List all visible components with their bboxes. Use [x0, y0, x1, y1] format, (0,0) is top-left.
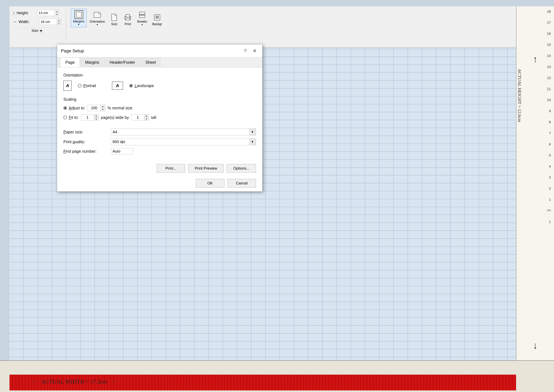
first-page-label: First page number: — [63, 149, 108, 154]
landscape-icon: A — [112, 82, 123, 90]
ok-btn[interactable]: OK — [196, 179, 224, 188]
print-quality-select[interactable] — [111, 138, 256, 145]
adjust-to-row: Adjust to: ▲ ▼ % normal size — [63, 105, 256, 111]
fit-wide-down-btn[interactable]: ▼ — [94, 118, 98, 120]
adjust-to-down-btn[interactable]: ▼ — [101, 108, 105, 111]
dialog-close-btn[interactable]: ✕ — [251, 47, 259, 54]
page-setup-dialog: Page Setup ? ✕ Page Margins Header/Foote… — [57, 44, 262, 192]
fit-to-radio[interactable] — [63, 116, 67, 119]
landscape-label: Landscape — [135, 84, 154, 88]
landscape-radio[interactable] — [129, 84, 133, 87]
print-preview-btn[interactable]: Print Preview — [188, 164, 224, 173]
paper-size-select[interactable] — [111, 128, 256, 135]
spacer — [63, 124, 256, 128]
dialog-help-btn[interactable]: ? — [242, 47, 248, 54]
adjust-to-input[interactable] — [88, 105, 100, 111]
dialog-content: Orientation A Portrait A — [57, 67, 262, 160]
fit-pages-wide-spinner: ▲ ▼ — [81, 114, 99, 121]
portrait-label: Portrait — [83, 84, 96, 88]
tab-header-footer[interactable]: Header/Footer — [104, 57, 140, 67]
dialog-overlay: Page Setup ? ✕ Page Margins Header/Foote… — [0, 0, 554, 392]
portrait-radio-group[interactable]: Portrait — [78, 84, 96, 88]
tab-margins[interactable]: Margins — [80, 57, 104, 67]
paper-size-dropdown-btn[interactable]: ▼ — [249, 128, 256, 135]
adjust-to-label: Adjust to: — [69, 106, 85, 110]
portrait-icon: A — [63, 81, 72, 91]
first-page-row: First page number: — [63, 148, 256, 154]
scaling-section-title: Scaling — [63, 97, 256, 102]
orientation-row: A Portrait A Landscape — [63, 81, 256, 91]
fit-to-label: Fit to: — [69, 115, 79, 120]
fit-to-radio-group[interactable]: Fit to: — [63, 115, 79, 120]
options-btn[interactable]: Options... — [227, 164, 256, 173]
dialog-titlebar: Page Setup ? ✕ — [57, 44, 262, 57]
tab-page[interactable]: Page — [60, 57, 80, 67]
print-quality-label: Print quality: — [63, 140, 108, 144]
print-quality-dropdown-btn[interactable]: ▼ — [249, 138, 256, 145]
orientation-section-title: Orientation — [63, 73, 256, 77]
fit-wide-up-btn[interactable]: ▲ — [94, 114, 98, 118]
adjust-to-unit: % normal size — [107, 106, 132, 110]
paper-size-row: Paper size: ▼ — [63, 128, 256, 135]
print-quality-row: Print quality: ▼ — [63, 138, 256, 145]
portrait-option[interactable]: A — [63, 81, 72, 91]
print-quality-select-wrapper: ▼ — [111, 138, 256, 145]
fit-tall-arrows: ▲ ▼ — [144, 114, 149, 120]
paper-size-select-wrapper: ▼ — [111, 128, 256, 135]
fit-pages-tall-input[interactable] — [131, 114, 144, 120]
first-page-input[interactable] — [111, 148, 133, 154]
tall-label: tall — [151, 115, 156, 120]
fit-pages-wide-input[interactable] — [81, 114, 94, 120]
adjust-to-radio-group[interactable]: Adjust to: — [63, 106, 85, 110]
cancel-btn[interactable]: Cancel — [227, 179, 256, 188]
dialog-footer-row1: Print... Print Preview Options... — [57, 160, 262, 176]
dialog-controls: ? ✕ — [242, 47, 259, 54]
landscape-option[interactable]: A — [112, 82, 123, 90]
adjust-to-arrows: ▲ ▼ — [100, 105, 105, 111]
fit-pages-tall-spinner: ▲ ▼ — [131, 114, 149, 121]
print-btn[interactable]: Print... — [157, 164, 185, 173]
landscape-radio-group[interactable]: Landscape — [129, 84, 154, 88]
portrait-radio[interactable] — [78, 84, 81, 87]
dialog-tabs: Page Margins Header/Footer Sheet — [57, 57, 262, 67]
fit-tall-down-btn[interactable]: ▼ — [144, 118, 149, 120]
dialog-footer-row2: OK Cancel — [57, 176, 262, 191]
fit-wide-arrows: ▲ ▼ — [94, 114, 98, 120]
adjust-to-spinner: ▲ ▼ — [88, 105, 105, 111]
adjust-to-radio[interactable] — [63, 106, 67, 110]
fit-tall-up-btn[interactable]: ▲ — [144, 114, 149, 118]
pages-wide-label: page(s) wide by — [101, 115, 129, 120]
adjust-to-up-btn[interactable]: ▲ — [101, 105, 105, 108]
scaling-section: Adjust to: ▲ ▼ % normal size — [63, 105, 256, 121]
dialog-title: Page Setup — [61, 48, 84, 53]
fit-to-row: Fit to: ▲ ▼ page(s) wide by — [63, 114, 256, 121]
paper-size-label: Paper size: — [63, 130, 108, 134]
tab-sheet[interactable]: Sheet — [140, 57, 161, 67]
